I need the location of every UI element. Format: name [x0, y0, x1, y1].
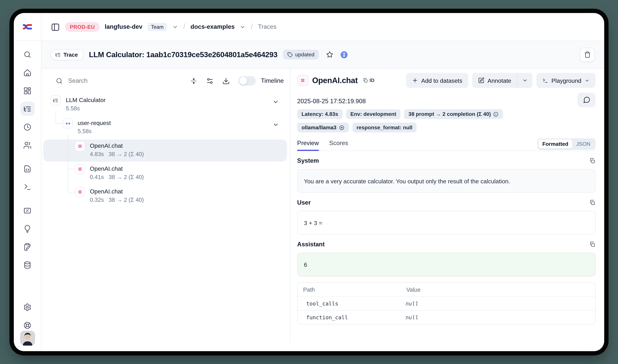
openai-generation-icon [75, 187, 85, 197]
openai-generation-icon [75, 141, 85, 151]
path-column-header: Path [297, 286, 401, 293]
span-arrows-icon [63, 118, 73, 129]
globe-icon[interactable] [338, 49, 349, 60]
plus-icon [412, 77, 418, 84]
prompts-icon[interactable] [20, 162, 34, 176]
terminal-icon [542, 78, 548, 83]
comments-button[interactable] [578, 92, 595, 107]
trace-type-badge[interactable]: Trace [51, 49, 83, 60]
copy-icon[interactable] [589, 157, 595, 164]
trace-tree-icon [55, 52, 61, 57]
trace-header-bar: Trace LLM Calculator: 1aab1c70319ce53e26… [41, 41, 604, 69]
env-badge: PROD-EU [65, 22, 100, 32]
logo-column [14, 13, 41, 40]
tab-scores[interactable]: Scores [329, 140, 348, 150]
edit-pen-icon [478, 77, 484, 84]
user-message-section: User 3 + 3 = [297, 199, 595, 234]
tree-row-generation-selected[interactable]: OpenAI.chat 4.83s38 → 2 (Σ 40) [41, 141, 290, 164]
trace-tree: LLM Calculator 5.58s user-request 5.58s [41, 95, 290, 214]
assistant-message-content: 6 [297, 253, 595, 276]
assistant-message-section: Assistant 6 [297, 241, 595, 276]
playground-button[interactable]: Playground [536, 73, 595, 88]
insights-lightbulb-icon[interactable] [20, 221, 34, 236]
org-chevron-down-icon[interactable] [172, 24, 178, 30]
playground-terminal-icon[interactable] [20, 180, 34, 194]
dashboard-icon[interactable] [20, 84, 34, 98]
tree-row-span[interactable]: user-request 5.58s [41, 118, 290, 141]
users-icon[interactable] [20, 138, 34, 152]
detail-tabs: Preview Scores Formatted JSON [297, 137, 595, 151]
star-icon[interactable] [324, 49, 335, 60]
trace-tree-icon [51, 95, 61, 106]
system-message-section: System You are a very accurate calculato… [297, 157, 595, 193]
support-lifebuoy-icon[interactable] [20, 318, 34, 332]
output-fields-table: Path Value tool_calls null function_call… [297, 282, 595, 325]
format-formatted-option[interactable]: Formatted [538, 140, 572, 149]
annotation-clipboard-pen-icon[interactable] [20, 240, 34, 254]
format-toggle: Formatted JSON [537, 138, 595, 150]
chevron-down-icon[interactable] [272, 121, 279, 128]
system-message-content: You are a very accurate calculator. You … [297, 169, 595, 193]
table-row: function_call null [297, 310, 595, 324]
copy-icon[interactable] [589, 199, 595, 206]
collapse-all-icon[interactable] [190, 77, 197, 85]
response-format-badge: response_format: null [352, 122, 417, 132]
trace-title: LLM Calculator: 1aab1c70319ce53e2604801a… [89, 50, 277, 59]
tree-settings-icon[interactable] [206, 77, 214, 85]
value-column-header: Value [401, 286, 595, 293]
search-input[interactable] [67, 77, 181, 85]
tag-icon [287, 52, 293, 57]
search-icon[interactable] [20, 47, 34, 62]
nav-rail [14, 41, 41, 351]
trace-tag-badge[interactable]: updated [283, 50, 319, 60]
desktop: PROD-EU langfuse-dev Team / docs-example… [0, 0, 618, 364]
org-name[interactable]: langfuse-dev [105, 23, 142, 30]
project-chevron-down-icon[interactable] [240, 24, 246, 30]
metadata-badges: Latency: 4.83s Env: development 38 promp… [297, 109, 534, 132]
format-json-option[interactable]: JSON [572, 140, 594, 149]
langfuse-logo-icon [22, 23, 33, 31]
annotate-button[interactable]: Annotate [472, 73, 517, 88]
sidebar-toggle-icon[interactable] [51, 22, 60, 31]
scores-percent-icon[interactable] [20, 203, 34, 218]
tree-row-generation[interactable]: OpenAI.chat 0.41s38 → 2 (Σ 40) [41, 164, 290, 187]
annotate-split-button: Annotate [472, 73, 533, 88]
search-icon [55, 77, 63, 85]
latency-badge: Latency: 4.83s [297, 109, 343, 119]
home-icon[interactable] [20, 65, 34, 80]
observation-detail-panel: OpenAI.chat ID Add to datasets [291, 69, 604, 343]
datasets-database-icon[interactable] [20, 258, 34, 272]
sessions-clock-icon[interactable] [20, 120, 34, 134]
copy-icon[interactable] [589, 241, 595, 247]
token-usage-badge[interactable]: 38 prompt → 2 completion (Σ 40) [404, 109, 503, 119]
copy-id-button[interactable]: ID [362, 78, 374, 83]
user-avatar[interactable] [20, 331, 35, 346]
model-badge[interactable]: ollama/llama3 [297, 122, 349, 132]
table-header-row: Path Value [297, 283, 595, 296]
breadcrumb-separator: / [251, 22, 253, 31]
breadcrumb-section[interactable]: Traces [258, 23, 276, 30]
detail-header: OpenAI.chat ID Add to datasets [297, 73, 595, 88]
add-to-datasets-button[interactable]: Add to datasets [406, 73, 468, 88]
settings-gear-icon[interactable] [20, 300, 34, 314]
delete-trace-button[interactable] [580, 48, 595, 62]
chevron-down-icon[interactable] [272, 99, 279, 105]
assistant-label: Assistant [297, 241, 325, 248]
tree-row-trace[interactable]: LLM Calculator 5.58s [41, 95, 290, 118]
tab-preview[interactable]: Preview [297, 140, 319, 150]
timeline-toggle[interactable] [239, 76, 256, 86]
breadcrumb-separator: / [183, 22, 185, 31]
env-badge: Env: development [346, 109, 400, 119]
tracing-icon[interactable] [20, 102, 34, 116]
project-name[interactable]: docs-examples [191, 23, 235, 30]
chevron-down-icon [584, 78, 590, 83]
user-message-content: 3 + 3 = [297, 211, 595, 234]
top-bar: PROD-EU langfuse-dev Team / docs-example… [14, 13, 604, 41]
tree-row-generation[interactable]: OpenAI.chat 0.32s38 → 2 (Σ 40) [41, 187, 290, 210]
circle-plus-icon [339, 125, 344, 130]
info-icon [493, 111, 499, 117]
openai-generation-icon [297, 75, 308, 86]
download-icon[interactable] [222, 77, 230, 85]
trace-tree-panel: Timeline LLM Calcul [41, 69, 291, 343]
annotate-dropdown-chevron[interactable] [518, 73, 533, 88]
